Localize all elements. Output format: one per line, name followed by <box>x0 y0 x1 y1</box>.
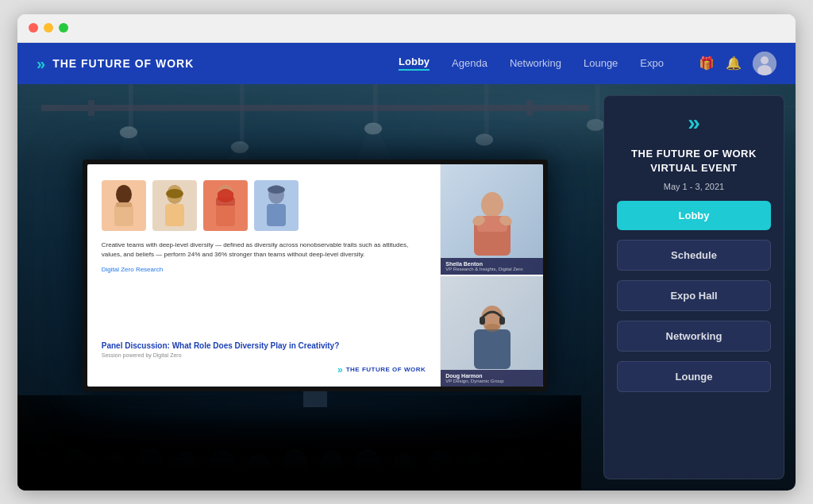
svg-rect-23 <box>116 202 132 207</box>
panel-btn-expo-hall[interactable]: Expo Hall <box>617 280 771 311</box>
svg-rect-73 <box>17 395 581 491</box>
logo-text: THE FUTURE OF WORK <box>52 57 194 70</box>
app: » THE FUTURE OF WORK Lobby Agenda Networ… <box>17 43 796 491</box>
nav-icons: 🎁 🔔 <box>699 52 776 75</box>
gift-icon[interactable]: 🎁 <box>699 56 715 71</box>
bell-icon[interactable]: 🔔 <box>726 56 742 71</box>
svg-rect-41 <box>499 317 505 325</box>
screen-body-text: Creative teams with deep-level diversity… <box>102 240 426 260</box>
main-content: Creative teams with deep-level diversity… <box>17 84 796 491</box>
svg-rect-39 <box>474 329 511 369</box>
svg-rect-25 <box>165 204 184 226</box>
panel-btn-lobby[interactable]: Lobby <box>617 201 771 230</box>
panel-event-date: May 1 - 3, 2021 <box>664 182 724 191</box>
nav-item-lobby[interactable]: Lobby <box>399 56 430 71</box>
speaker-1-name: Sheila Benton <box>445 261 538 267</box>
figure-4 <box>254 180 299 231</box>
header: » THE FUTURE OF WORK Lobby Agenda Networ… <box>17 43 796 84</box>
speaker-videos: Sheila Benton VP Research & Insights, Di… <box>440 164 543 387</box>
nav-item-networking[interactable]: Networking <box>510 57 561 69</box>
svg-rect-22 <box>114 204 133 226</box>
panel-chevrons-icon: » <box>688 112 700 134</box>
svg-point-26 <box>166 189 183 198</box>
illustration-row <box>102 180 426 231</box>
panel-btn-lounge[interactable]: Lounge <box>617 361 771 392</box>
side-panel: » THE FUTURE OF WORKVIRTUAL EVENT May 1 … <box>603 95 784 479</box>
svg-rect-28 <box>216 204 235 226</box>
svg-point-14 <box>587 118 604 130</box>
svg-rect-31 <box>267 204 286 226</box>
screen-text: Creative teams with deep-level diversity… <box>102 240 426 341</box>
speaker-2-info: Doug Harmon VP Design, Dynamic Group <box>441 370 543 387</box>
screen-chevron-icon: » <box>337 364 343 375</box>
svg-rect-20 <box>526 100 533 116</box>
nav-item-expo[interactable]: Expo <box>640 57 664 69</box>
speaker-2-name: Doug Harmon <box>445 373 538 379</box>
panel-btn-schedule[interactable]: Schedule <box>617 240 771 271</box>
browser-chrome <box>17 14 796 43</box>
screen-logo-text: THE FUTURE OF WORK <box>346 366 426 373</box>
svg-rect-7 <box>595 84 600 121</box>
svg-point-21 <box>116 185 132 204</box>
svg-point-33 <box>481 192 503 217</box>
avatar[interactable] <box>753 52 776 75</box>
session-title: Panel Discussion: What Role Does Diversi… <box>102 341 426 350</box>
screen-brand-logo: » THE FUTURE OF WORK <box>102 364 426 375</box>
panel-btn-networking[interactable]: Networking <box>617 321 771 352</box>
presentation-screen: Creative teams with deep-level diversity… <box>83 160 549 391</box>
figure-2 <box>152 180 197 231</box>
maximize-dot[interactable] <box>59 23 68 33</box>
main-nav: Lobby Agenda Networking Lounge Expo 🎁 🔔 <box>399 52 776 75</box>
screen-left: Creative teams with deep-level diversity… <box>87 164 441 387</box>
panel-event-title: THE FUTURE OF WORKVIRTUAL EVENT <box>631 147 757 175</box>
logo: » THE FUTURE OF WORK <box>37 56 194 71</box>
svg-rect-40 <box>480 317 485 325</box>
svg-rect-43 <box>303 391 327 407</box>
figure-3 <box>203 180 248 231</box>
speaker-video-1: Sheila Benton VP Research & Insights, Di… <box>441 164 543 276</box>
powered-by: Session powered by Digital Zero <box>102 352 426 358</box>
audience <box>17 395 581 491</box>
figure-1 <box>102 180 146 231</box>
nav-item-lounge[interactable]: Lounge <box>584 57 618 69</box>
speaker-1-info: Sheila Benton VP Research & Insights, Di… <box>441 258 543 275</box>
svg-rect-18 <box>41 105 589 111</box>
speaker-1-title: VP Research & Insights, Digital Zero <box>445 267 538 271</box>
close-dot[interactable] <box>29 23 38 33</box>
svg-point-42 <box>484 324 500 332</box>
session-info: Panel Discussion: What Role Does Diversi… <box>102 341 426 358</box>
svg-point-1 <box>761 56 769 64</box>
minimize-dot[interactable] <box>44 23 53 33</box>
svg-point-32 <box>268 186 285 194</box>
speaker-video-2: Doug Harmon VP Design, Dynamic Group <box>441 276 543 387</box>
nav-item-agenda[interactable]: Agenda <box>452 57 487 69</box>
speaker-2-title: VP Design, Dynamic Group <box>445 379 538 383</box>
browser-window: » THE FUTURE OF WORK Lobby Agenda Networ… <box>17 14 796 491</box>
screen-link[interactable]: Digital Zero Research <box>102 266 426 273</box>
logo-chevrons-icon: » <box>37 56 46 71</box>
svg-rect-19 <box>88 100 94 116</box>
screen-content: Creative teams with deep-level diversity… <box>87 164 544 387</box>
